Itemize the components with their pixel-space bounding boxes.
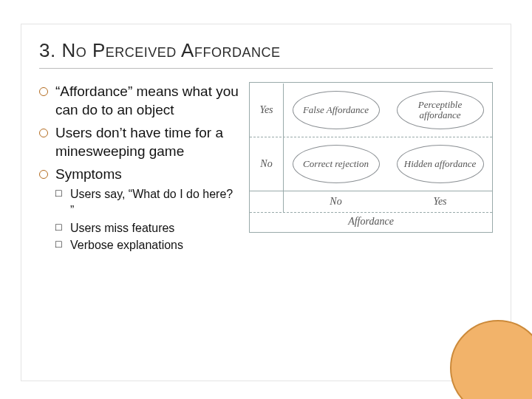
slide-body: “Affordance” means what you can do to an… xyxy=(39,82,493,258)
matrix-cell: Hidden affordance xyxy=(388,137,492,191)
col-footer: No xyxy=(284,191,388,212)
list-item: Users don’t have time for a minesweeping… xyxy=(39,123,239,160)
corner-circle-decoration xyxy=(450,320,532,399)
x-axis-caption: Affordance xyxy=(250,212,492,232)
oval-label: Hidden affordance xyxy=(397,145,484,183)
oval-label: Correct rejection xyxy=(293,145,380,183)
slide-title: 3. No Perceived Affordance xyxy=(39,39,493,69)
oval-label: Perceptible affordance xyxy=(397,91,484,129)
list-item: Verbose explanations xyxy=(55,237,239,253)
slide: 3. No Perceived Affordance “Affordance” … xyxy=(21,24,511,381)
spacer xyxy=(250,191,284,212)
sub-bullet-list: Users say, “What do I do here? ” Users m… xyxy=(55,186,239,253)
affordance-matrix: Yes False Affordance Perceptible afforda… xyxy=(249,82,493,233)
table-row: Yes False Affordance Perceptible afforda… xyxy=(250,83,492,137)
table-row: No Correct rejection Hidden affordance xyxy=(250,137,492,191)
col-footer: Yes xyxy=(388,191,492,212)
text-column: “Affordance” means what you can do to an… xyxy=(39,82,239,258)
bullet-list: “Affordance” means what you can do to an… xyxy=(39,82,239,253)
list-item-label: Symptoms xyxy=(55,166,122,182)
matrix-cell: Perceptible affordance xyxy=(388,83,492,137)
row-header: No xyxy=(250,137,284,191)
list-item: Users say, “What do I do here? ” xyxy=(55,186,239,218)
column-footers: No Yes xyxy=(250,191,492,212)
list-item: Users miss features xyxy=(55,220,239,236)
list-item: “Affordance” means what you can do to an… xyxy=(39,82,239,119)
diagram-column: Yes False Affordance Perceptible afforda… xyxy=(249,82,493,258)
row-header: Yes xyxy=(250,83,284,137)
oval-label: False Affordance xyxy=(293,91,380,129)
matrix-cell: False Affordance xyxy=(284,83,388,137)
list-item: Symptoms Users say, “What do I do here? … xyxy=(39,165,239,253)
matrix-cell: Correct rejection xyxy=(284,137,388,191)
